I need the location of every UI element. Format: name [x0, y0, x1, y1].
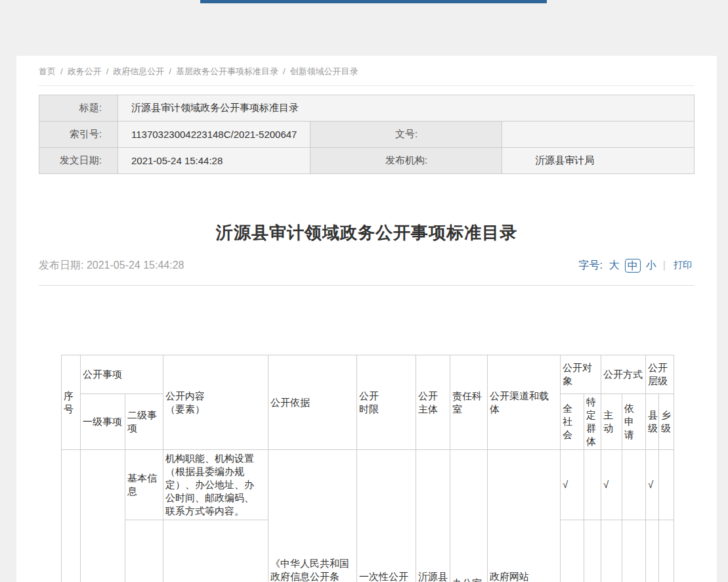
meta-row-index: 索引号: 11370323004223148C/2021-5200647 文号: — [39, 122, 695, 148]
cell-level2: 基本信 息 — [125, 450, 163, 520]
cell-check-town — [659, 520, 674, 582]
cell-check-active: √ — [601, 520, 622, 582]
publish-date-label: 发布日期: — [39, 259, 83, 271]
th-level: 公开 层级 — [646, 355, 674, 394]
meta-index-label: 索引号: — [39, 122, 118, 148]
meta-issuedate-value: 2021-05-24 15:44:28 — [118, 148, 310, 174]
th-serial-number: 序 号 — [62, 355, 81, 450]
cell-channel: 政府网站 公开查阅点 — [488, 450, 561, 582]
font-size-label: 字号: — [578, 259, 602, 273]
th-disclosure-subject: 公开 主体 — [416, 355, 450, 450]
cell-check-town — [659, 450, 674, 520]
font-size-medium-button[interactable]: 中 — [625, 259, 641, 273]
print-button[interactable]: 打印 — [674, 259, 692, 271]
breadcrumb-separator: / — [169, 66, 171, 76]
th-time-limit: 公开 时限 — [357, 355, 416, 450]
th-level1-item: 一级事项 — [81, 394, 125, 450]
th-responsible-department: 责任科 室 — [450, 355, 488, 450]
document-meta-table: 标题: 沂源县审计领域政务公开事项标准目录 索引号: 1137032300422… — [39, 95, 695, 174]
article-divider — [39, 285, 695, 286]
font-size-controls: 字号: 大 中 小 | 打印 — [578, 259, 695, 273]
breadcrumb-chuangxin[interactable]: 创新领域公开目录 — [290, 66, 358, 76]
th-level2-item: 二级事 项 — [125, 394, 163, 450]
cell-level2: 内设机 构及下 属事业 单位 — [125, 520, 163, 582]
th-level-county: 县级 — [646, 394, 659, 450]
font-size-large-button[interactable]: 大 — [609, 259, 620, 273]
cell-check-all: √ — [561, 450, 584, 520]
table-row: 基本信 息 机构职能、机构设置 （根据县委编办规 定）、办公地址、办 公时间、邮… — [62, 450, 674, 520]
th-channel-carrier: 公开渠道和载 体 — [488, 355, 561, 450]
meta-agency-label: 发布机构: — [310, 148, 502, 174]
th-disclosure-item: 公开事项 — [81, 355, 163, 394]
breadcrumb-separator: / — [106, 66, 109, 76]
breadcrumb-jiceng[interactable]: 基层政务公开事项标准目录 — [176, 66, 278, 76]
cell-check-active: √ — [601, 450, 622, 520]
cell-serial — [62, 450, 81, 582]
cell-content: 内设机构及下属单位 设置、职能、办公地 址、办公时间、联系 方式、负责人姓名等 — [163, 520, 268, 582]
meta-index-value: 11370323004223148C/2021-5200647 — [118, 122, 310, 148]
cell-department: 办公室 — [450, 450, 488, 582]
header-row-top: 序 号 公开事项 公开内容 （要素） 公开依据 公开 时限 公开 主体 责任科 … — [62, 355, 674, 394]
breadcrumb-xinxi[interactable]: 政府信息公开 — [113, 66, 164, 76]
cell-check-specific — [584, 450, 601, 520]
th-method-on-request: 依申请 — [622, 394, 646, 450]
page-title: 沂源县审计领域政务公开事项标准目录 — [39, 223, 695, 242]
breadcrumb-zhengwu[interactable]: 政务公开 — [68, 66, 102, 76]
content-card: 首页/政务公开/政府信息公开/基层政务公开事项标准目录/创新领域公开目录 标题:… — [16, 56, 717, 582]
meta-issuedate-label: 发文日期: — [39, 148, 118, 174]
breadcrumb-home[interactable]: 首页 — [39, 66, 56, 76]
meta-title-value: 沂源县审计领域政务公开事项标准目录 — [118, 95, 695, 122]
th-audience: 公开对 象 — [561, 355, 601, 394]
breadcrumb-separator: / — [283, 66, 286, 76]
meta-docnum-value — [502, 122, 695, 148]
top-nav-accent-bar — [200, 0, 547, 3]
font-size-small-button[interactable]: 小 — [646, 259, 656, 273]
breadcrumb-divider — [39, 85, 695, 86]
cell-check-all: √ — [561, 520, 584, 582]
cell-check-county: √ — [646, 520, 659, 582]
meta-docnum-label: 文号: — [310, 122, 502, 148]
cell-basis: 《中华人民共和国 政府信息公开条 例》（国务院令第 711号） — [268, 450, 357, 582]
cell-check-county: √ — [646, 450, 659, 520]
cell-check-request — [622, 450, 646, 520]
vertical-separator: | — [663, 259, 666, 271]
meta-row-date: 发文日期: 2021-05-24 15:44:28 发布机构: 沂源县审计局 — [39, 148, 695, 174]
meta-row-title: 标题: 沂源县审计领域政务公开事项标准目录 — [39, 95, 695, 122]
meta-agency-value: 沂源县审计局 — [502, 148, 695, 174]
th-method-active: 主动 — [601, 394, 622, 450]
breadcrumb: 首页/政务公开/政府信息公开/基层政务公开事项标准目录/创新领域公开目录 — [39, 66, 695, 78]
publish-date: 发布日期: 2021-05-24 15:44:28 — [39, 259, 184, 273]
publish-row: 发布日期: 2021-05-24 15:44:28 字号: 大 中 小 | 打印 — [39, 258, 695, 273]
th-disclosure-basis: 公开依据 — [268, 355, 357, 450]
publish-date-value: 2021-05-24 15:44:28 — [87, 259, 184, 271]
cell-subject: 沂源县 审计局 — [416, 450, 450, 582]
th-audience-specific: 特定群体 — [584, 394, 601, 450]
meta-title-label: 标题: — [39, 95, 118, 122]
cell-check-request — [622, 520, 646, 582]
cell-level1 — [81, 450, 125, 582]
breadcrumb-separator: / — [60, 66, 63, 76]
cell-check-specific — [584, 520, 601, 582]
th-method: 公开方式 — [601, 355, 646, 394]
standards-directory-table: 序 号 公开事项 公开内容 （要素） 公开依据 公开 时限 公开 主体 责任科 … — [61, 355, 674, 582]
th-audience-all: 全社 会 — [561, 394, 584, 450]
cell-content: 机构职能、机构设置 （根据县委编办规 定）、办公地址、办 公时间、邮政编码、 联… — [163, 450, 268, 520]
cell-time-limit: 一次性公开 并动态调整 — [357, 450, 416, 582]
th-disclosure-content: 公开内容 （要素） — [163, 355, 268, 450]
th-level-town: 乡级 — [659, 394, 674, 450]
